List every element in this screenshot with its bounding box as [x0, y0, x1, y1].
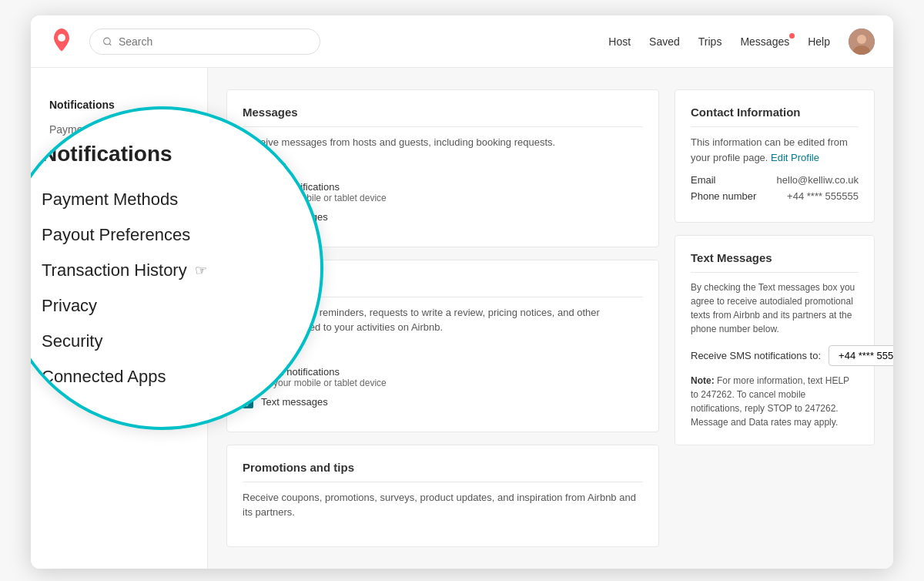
- nav-links: Host Saved Trips Messages Help: [608, 29, 875, 55]
- nav-saved[interactable]: Saved: [649, 35, 680, 48]
- main-content: Notifications Payment Methods Payout Pre…: [31, 68, 893, 569]
- zoom-title: Notifications: [42, 142, 282, 166]
- search-input[interactable]: [119, 35, 307, 48]
- sms-row: Receive SMS notifications to: +44 **** 5…: [691, 345, 859, 366]
- zoom-transaction-history[interactable]: Transaction History ☞: [42, 253, 282, 288]
- edit-profile-link[interactable]: Edit Profile: [771, 152, 819, 163]
- phone-value: +44 **** 555555: [787, 190, 859, 202]
- sms-phone-select[interactable]: +44 **** 555555 ▾: [829, 345, 893, 366]
- nav-trips[interactable]: Trips: [698, 35, 722, 48]
- contact-info-desc: This information can be edited from your…: [691, 135, 859, 165]
- avatar[interactable]: [849, 29, 875, 55]
- svg-point-3: [857, 35, 866, 44]
- promotions-card: Promotions and tips Receive coupons, pro…: [226, 445, 659, 547]
- browser-frame: Host Saved Trips Messages Help Notificat…: [31, 15, 893, 569]
- phone-label: Phone number: [691, 190, 756, 202]
- nav-messages[interactable]: Messages: [740, 35, 789, 48]
- email-info-row: Email hello@kelliw.co.uk: [691, 174, 859, 186]
- zoom-payment-methods[interactable]: Payment Methods: [42, 182, 282, 217]
- text-messages-title: Text Messages: [691, 251, 859, 273]
- promotions-desc: Receive coupons, promotions, surveys, pr…: [243, 490, 643, 520]
- reminders-push-row: Push notifications To your mobile or tab…: [243, 366, 643, 388]
- cursor-icon: ☞: [195, 262, 207, 279]
- contact-info-title: Contact Information: [691, 106, 859, 127]
- side-column: Contact Information This information can…: [675, 89, 875, 547]
- header: Host Saved Trips Messages Help: [31, 15, 893, 68]
- messages-desc: Receive messages from hosts and guests, …: [243, 135, 643, 150]
- reminders-push-sublabel: To your mobile or tablet device: [261, 378, 387, 388]
- reminders-text-label: Text messages: [261, 396, 328, 408]
- contact-info-card: Contact Information This information can…: [675, 89, 875, 223]
- zoom-payout-preferences[interactable]: Payout Preferences: [42, 217, 282, 253]
- sms-note: Note: For more information, text HELP to…: [691, 374, 859, 429]
- reminders-text-row: Text messages: [243, 396, 643, 408]
- phone-info-row: Phone number +44 **** 555555: [691, 190, 859, 202]
- airbnb-logo[interactable]: [49, 28, 74, 55]
- zoom-privacy[interactable]: Privacy: [42, 288, 282, 324]
- text-messages-card: Text Messages By checking the Text messa…: [675, 235, 875, 445]
- promotions-title: Promotions and tips: [243, 461, 643, 482]
- svg-line-1: [109, 43, 111, 45]
- sms-desc: By checking the Text messages box you ag…: [691, 280, 859, 336]
- nav-host[interactable]: Host: [608, 35, 631, 48]
- zoom-security[interactable]: Security: [42, 324, 282, 359]
- messages-email-row: Email: [243, 161, 643, 173]
- messages-title: Messages: [243, 106, 643, 127]
- svg-point-0: [104, 38, 111, 45]
- zoom-connected-apps[interactable]: Connected Apps: [42, 359, 282, 395]
- sms-label: Receive SMS notifications to:: [691, 350, 821, 361]
- email-label: Email: [691, 174, 716, 186]
- nav-help[interactable]: Help: [808, 35, 830, 48]
- email-value: hello@kelliw.co.uk: [777, 174, 859, 186]
- search-icon: [102, 36, 112, 47]
- search-bar[interactable]: [89, 29, 320, 55]
